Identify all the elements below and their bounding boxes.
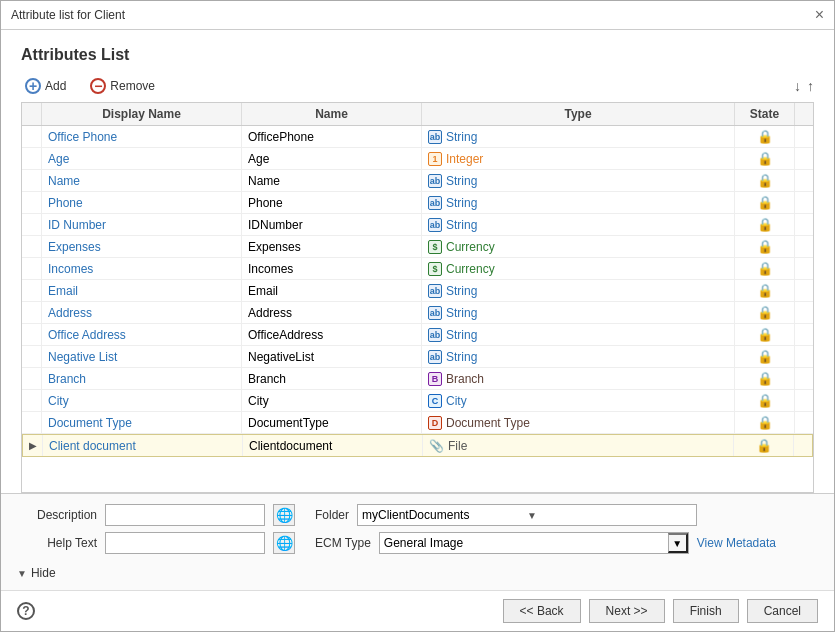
add-icon: + — [25, 78, 41, 94]
type-cell: CCity — [422, 390, 735, 411]
type-cell: abString — [422, 280, 735, 301]
row-expand — [22, 258, 42, 279]
table-row[interactable]: Document TypeDocumentTypeDDocument Type🔒 — [22, 412, 813, 434]
helptext-globe-button[interactable]: 🌐 — [273, 532, 295, 554]
type-cell: BBranch — [422, 368, 735, 389]
row-expand — [22, 368, 42, 389]
state-cell: 🔒 — [735, 302, 795, 323]
type-text: String — [446, 196, 477, 210]
attributes-table: Display Name Name Type State Office Phon… — [21, 102, 814, 493]
type-icon: ab — [428, 284, 442, 298]
folder-dropdown[interactable]: myClientDocuments ▼ — [357, 504, 697, 526]
state-cell: 🔒 — [735, 258, 795, 279]
content-area: Attributes List + Add − Remove ↓ ↑ Displ… — [1, 30, 834, 493]
type-icon: 1 — [428, 152, 442, 166]
cancel-button[interactable]: Cancel — [747, 599, 818, 623]
state-cell: 🔒 — [735, 192, 795, 213]
display-name-cell: Office Address — [42, 324, 242, 345]
row-expand — [22, 302, 42, 323]
bottom-panel: Description 🌐 Help Text 🌐 Folder myClien… — [1, 493, 834, 590]
table-row[interactable]: NameNameabString🔒 — [22, 170, 813, 192]
type-text: City — [446, 394, 467, 408]
close-button[interactable]: × — [815, 7, 824, 23]
lock-icon: 🔒 — [757, 305, 773, 320]
table-row[interactable]: AddressAddressabString🔒 — [22, 302, 813, 324]
state-cell: 🔒 — [735, 214, 795, 235]
left-form: Description 🌐 Help Text 🌐 — [17, 504, 295, 560]
table-row[interactable]: BranchBranchBBranch🔒 — [22, 368, 813, 390]
help-button[interactable]: ? — [17, 602, 35, 620]
name-cell: OfficePhone — [242, 126, 422, 147]
table-row[interactable]: CityCityCCity🔒 — [22, 390, 813, 412]
next-button[interactable]: Next >> — [589, 599, 665, 623]
lock-icon: 🔒 — [757, 217, 773, 232]
name-cell: Name — [242, 170, 422, 191]
table-row[interactable]: AgeAge1Integer🔒 — [22, 148, 813, 170]
row-extra — [795, 214, 813, 235]
table-row[interactable]: Office PhoneOfficePhoneabString🔒 — [22, 126, 813, 148]
row-extra — [795, 148, 813, 169]
table-row[interactable]: ID NumberIDNumberabString🔒 — [22, 214, 813, 236]
folder-row: Folder myClientDocuments ▼ — [315, 504, 818, 526]
lock-icon: 🔒 — [757, 151, 773, 166]
name-cell: Branch — [242, 368, 422, 389]
col-state: State — [735, 103, 795, 125]
name-cell: NegativeList — [242, 346, 422, 367]
remove-label: Remove — [110, 79, 155, 93]
col-scroll — [795, 103, 813, 125]
finish-button[interactable]: Finish — [673, 599, 739, 623]
table-row[interactable]: PhonePhoneabString🔒 — [22, 192, 813, 214]
type-text: String — [446, 306, 477, 320]
table-row[interactable]: Office AddressOfficeAddressabString🔒 — [22, 324, 813, 346]
hide-row[interactable]: ▼ Hide — [17, 566, 818, 580]
row-expand — [22, 412, 42, 433]
row-extra — [795, 280, 813, 301]
type-cell: abString — [422, 324, 735, 345]
name-cell: Incomes — [242, 258, 422, 279]
description-globe-button[interactable]: 🌐 — [273, 504, 295, 526]
row-expand — [22, 390, 42, 411]
state-cell: 🔒 — [734, 435, 794, 456]
helptext-input[interactable] — [105, 532, 265, 554]
type-text: Document Type — [446, 416, 530, 430]
name-cell: City — [242, 390, 422, 411]
table-row[interactable]: ExpensesExpenses$Currency🔒 — [22, 236, 813, 258]
state-cell: 🔒 — [735, 236, 795, 257]
lock-icon: 🔒 — [757, 173, 773, 188]
window-title: Attribute list for Client — [11, 8, 125, 22]
display-name-cell: Address — [42, 302, 242, 323]
type-text: File — [448, 439, 467, 453]
display-name-cell: Incomes — [42, 258, 242, 279]
table-row[interactable]: Negative ListNegativeListabString🔒 — [22, 346, 813, 368]
ecmtype-input-wrap: ▼ — [379, 532, 689, 554]
add-button[interactable]: + Add — [21, 76, 70, 96]
row-expand — [22, 214, 42, 235]
display-name-cell: Document Type — [42, 412, 242, 433]
name-cell: IDNumber — [242, 214, 422, 235]
table-row[interactable]: IncomesIncomes$Currency🔒 — [22, 258, 813, 280]
folder-dropdown-arrow: ▼ — [527, 510, 692, 521]
ecmtype-dropdown-button[interactable]: ▼ — [668, 533, 688, 553]
table-row[interactable]: ▶Client documentClientdocument📎File🔒 — [22, 434, 813, 457]
row-extra — [795, 258, 813, 279]
ecmtype-row: ECM Type ▼ View Metadata — [315, 532, 818, 554]
type-cell: DDocument Type — [422, 412, 735, 433]
table-body: Office PhoneOfficePhoneabString🔒AgeAge1I… — [22, 126, 813, 492]
remove-button[interactable]: − Remove — [86, 76, 159, 96]
state-cell: 🔒 — [735, 170, 795, 191]
description-input[interactable] — [105, 504, 265, 526]
type-cell: abString — [422, 302, 735, 323]
name-cell: Phone — [242, 192, 422, 213]
row-extra — [795, 236, 813, 257]
state-cell: 🔒 — [735, 412, 795, 433]
back-button[interactable]: << Back — [503, 599, 581, 623]
remove-icon: − — [90, 78, 106, 94]
type-icon: $ — [428, 240, 442, 254]
table-row[interactable]: EmailEmailabString🔒 — [22, 280, 813, 302]
type-icon: ab — [428, 328, 442, 342]
view-metadata-link[interactable]: View Metadata — [697, 536, 776, 550]
move-up-button[interactable]: ↑ — [807, 78, 814, 94]
toolbar: + Add − Remove ↓ ↑ — [21, 76, 814, 96]
move-down-button[interactable]: ↓ — [794, 78, 801, 94]
ecmtype-input[interactable] — [380, 536, 668, 550]
